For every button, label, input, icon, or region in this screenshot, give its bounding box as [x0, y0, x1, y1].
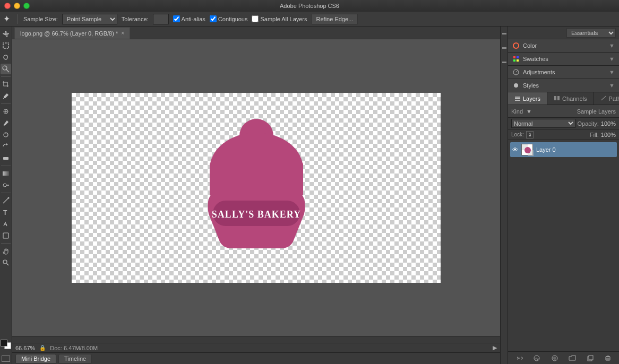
- gutter-mark-2: [502, 47, 506, 49]
- layers-sample-label: Sample Layers: [577, 108, 616, 115]
- magic-wand-tool[interactable]: [1, 64, 11, 74]
- color-panel-chevron: ▼: [609, 42, 615, 49]
- canvas-scroll[interactable]: SALLY'S BAKERY: [12, 39, 500, 336]
- svg-rect-13: [3, 171, 9, 176]
- eyedropper-tool[interactable]: [1, 91, 11, 101]
- contiguous-checkbox[interactable]: [210, 15, 217, 22]
- delete-layer-btn[interactable]: [603, 353, 613, 363]
- paths-tab-icon: [600, 95, 607, 102]
- fill-value[interactable]: 100%: [601, 132, 616, 138]
- color-swatches-area[interactable]: [1, 339, 11, 350]
- svg-point-26: [513, 43, 519, 48]
- anti-alias-checkbox[interactable]: [173, 15, 180, 22]
- gutter-mark: [502, 33, 506, 34]
- path-selection-tool[interactable]: [1, 219, 11, 229]
- styles-icon: [512, 82, 520, 89]
- workspace-dropdown[interactable]: Essentials Design Painting Photography 3…: [566, 28, 616, 38]
- sample-all-layers-checkbox[interactable]: [252, 15, 259, 22]
- layer-thumbnail: [521, 144, 533, 155]
- normal-mode-btn[interactable]: [2, 356, 10, 362]
- lock-label: Lock:: [511, 132, 524, 137]
- timeline-tab[interactable]: Timeline: [58, 354, 92, 363]
- adjustments-panel-chevron: ▼: [609, 69, 615, 75]
- adjustments-panel-header[interactable]: Adjustments ▼: [508, 66, 619, 79]
- styles-panel-header[interactable]: Styles ▼: [508, 79, 619, 92]
- close-button[interactable]: [4, 3, 11, 9]
- svg-line-20: [7, 264, 9, 266]
- layers-tab[interactable]: Layers: [508, 92, 547, 105]
- options-bar: ✦ Sample Size: Point Sample 3 by 3 Avera…: [0, 12, 619, 27]
- add-style-btn[interactable]: fx: [532, 353, 541, 363]
- window-controls[interactable]: [4, 3, 30, 9]
- selection-tool[interactable]: [1, 40, 11, 51]
- heal-tool[interactable]: [1, 106, 11, 117]
- lasso-tool[interactable]: [1, 52, 11, 63]
- right-panels: Essentials Design Painting Photography 3…: [508, 27, 619, 364]
- minimize-button[interactable]: [14, 3, 20, 9]
- sample-size-label: Sample Size:: [23, 16, 58, 22]
- refine-edge-button[interactable]: Refine Edge...: [312, 14, 358, 24]
- swatches-panel-header[interactable]: Swatches ▼: [508, 53, 619, 65]
- svg-rect-28: [517, 56, 519, 58]
- hand-tool[interactable]: [1, 246, 11, 256]
- gradient-tool[interactable]: [1, 168, 11, 179]
- scroll-arrow[interactable]: ▶: [493, 344, 497, 351]
- zoom-tool[interactable]: [1, 257, 11, 268]
- doc-size-label: Doc: 6.47M/8.00M: [50, 345, 98, 351]
- new-group-btn[interactable]: [568, 353, 577, 363]
- add-mask-btn[interactable]: [550, 353, 560, 363]
- color-panel-header[interactable]: Color ▼: [508, 39, 619, 52]
- adjustments-panel-label: Adjustments: [523, 69, 555, 75]
- maximize-button[interactable]: [23, 3, 30, 9]
- move-tool[interactable]: [1, 29, 11, 39]
- color-panel-label: Color: [523, 42, 537, 49]
- eraser-tool[interactable]: [1, 153, 11, 163]
- lock-transparent-btn[interactable]: [526, 131, 534, 138]
- tolerance-input[interactable]: 32: [153, 14, 169, 24]
- pen-tool[interactable]: [1, 195, 11, 206]
- blend-mode-row: Normal Multiply Screen Opacity: 100%: [508, 118, 619, 129]
- link-layers-btn[interactable]: [514, 353, 524, 363]
- svg-rect-35: [515, 100, 520, 101]
- svg-text:T: T: [3, 209, 7, 216]
- svg-point-32: [514, 83, 518, 88]
- document-tab[interactable]: logo.png @ 66.7% (Layer 0, RGB/8) * ×: [14, 27, 130, 39]
- styles-panel-chevron: ▼: [609, 82, 615, 89]
- layer-name: Layer 0: [536, 146, 556, 153]
- clone-tool[interactable]: [1, 129, 11, 140]
- document-tab-title: logo.png @ 66.7% (Layer 0, RGB/8) *: [20, 30, 118, 37]
- svg-point-41: [525, 147, 531, 153]
- svg-point-2: [3, 66, 7, 70]
- paths-tab[interactable]: Paths: [594, 92, 619, 105]
- new-layer-btn[interactable]: [586, 353, 595, 363]
- layer-eye-icon[interactable]: 👁: [512, 146, 518, 153]
- opacity-value[interactable]: 100%: [601, 120, 616, 127]
- opacity-label: Opacity:: [578, 120, 599, 127]
- svg-rect-18: [3, 233, 8, 238]
- color-icon: [512, 42, 520, 49]
- swatches-icon: [512, 55, 520, 63]
- blend-mode-select[interactable]: Normal Multiply Screen: [511, 119, 575, 128]
- shape-tool[interactable]: [1, 230, 11, 241]
- layers-tab-icon: [514, 95, 521, 102]
- brush-tool[interactable]: [1, 118, 11, 128]
- horizontal-scrollbar[interactable]: [12, 336, 500, 343]
- svg-point-16: [8, 197, 10, 199]
- mini-bridge-tab[interactable]: Mini Bridge: [15, 354, 56, 363]
- document-tab-close[interactable]: ×: [121, 30, 124, 36]
- layer-item[interactable]: 👁 Layer 0: [510, 142, 617, 157]
- svg-rect-38: [529, 135, 531, 136]
- sample-size-select[interactable]: Point Sample 3 by 3 Average 5 by 5 Avera…: [62, 14, 117, 24]
- layers-kind-dropdown[interactable]: ▼: [526, 108, 532, 115]
- app-title: Adobe Photoshop CS6: [280, 3, 339, 9]
- channels-tab-icon: [554, 95, 560, 102]
- layers-tabs: Layers Channels Paths: [508, 92, 619, 105]
- dodge-tool[interactable]: [1, 180, 11, 190]
- background-color[interactable]: [1, 340, 7, 346]
- crop-tool[interactable]: [1, 79, 11, 90]
- history-brush-tool[interactable]: [1, 141, 11, 152]
- type-tool[interactable]: T: [1, 207, 11, 218]
- channels-tab[interactable]: Channels: [547, 92, 594, 105]
- sample-all-layers-label: Sample All Layers: [252, 15, 307, 22]
- swatches-panel: Swatches ▼: [508, 53, 619, 66]
